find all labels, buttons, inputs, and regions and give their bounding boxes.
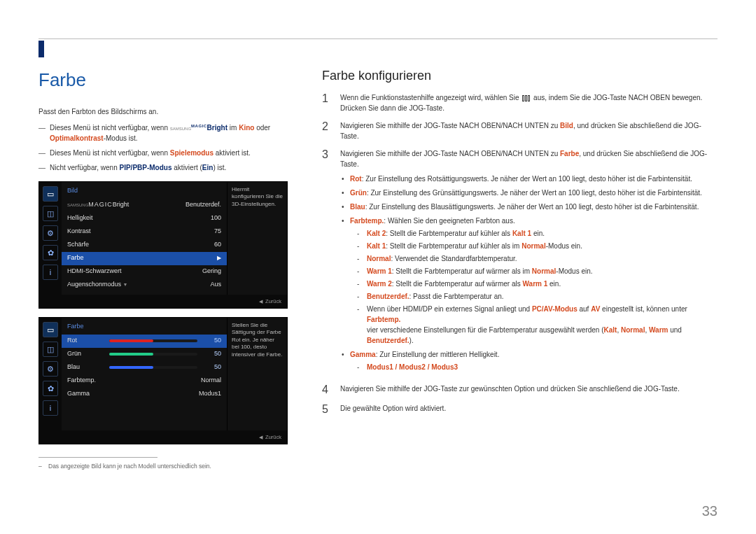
osd-row-kontrast: Kontrast75 [62, 225, 227, 239]
section-title: Farbe [38, 66, 290, 94]
step-5: 5 Die gewählte Option wird aktiviert. [322, 403, 718, 416]
osd-sidebar: ▭ ◫ ⚙ ✿ i [39, 182, 62, 295]
info-icon: i [43, 265, 58, 280]
note-1: Dieses Menü ist nicht verfügbar, wenn SA… [38, 122, 290, 143]
bullet-blau: Blau: Zur Einstellung des Blausättigungs… [340, 202, 718, 212]
chevron-right-icon: ▶ [217, 254, 221, 262]
availability-notes: Dieses Menü ist nicht verfügbar, wenn SA… [38, 122, 290, 173]
osd-row-farbtemp: Farbtemp.Normal [62, 374, 227, 388]
osd-title: Bild [62, 185, 227, 199]
step-list: 1 Wenn die Funktionstastenhilfe angezeig… [322, 92, 718, 415]
osd-row-gruen: Grün 50 [62, 348, 227, 361]
bullet-gamma: Gamma: Zur Einstellung der mittleren Hel… [340, 349, 718, 372]
osd-row-schaerfe: Schärfe60 [62, 239, 227, 252]
osd-back: Zurück [39, 295, 287, 309]
gear-icon: ✿ [43, 381, 58, 396]
monitor-icon: ▭ [43, 322, 58, 337]
monitor-icon: ▭ [43, 186, 58, 202]
farbtemp-note: Wenn über HDMI/DP ein externes Signal an… [357, 304, 718, 346]
osd-row-gamma: GammaModus1 [62, 388, 227, 401]
step-3: 3 Navigieren Sie mithilfe der JOG-Taste … [322, 148, 718, 377]
osd-row-rot-selected: Rot 50 [62, 335, 227, 348]
note-2: Dieses Menü ist nicht verfügbar, wenn Sp… [38, 148, 290, 158]
osd-row-blau: Blau 50 [62, 361, 227, 374]
pip-icon: ◫ [43, 342, 58, 357]
osd-help-text: Hiermit konfigurieren Sie die 3D-Einstel… [227, 182, 287, 295]
osd-screenshot-bild: ▭ ◫ ⚙ ✿ i Bild SAMSUNGMAGICBright Benutz… [38, 181, 288, 309]
page-number: 33 [702, 500, 718, 521]
footnote-rule [38, 457, 158, 458]
right-column: Farbe konfigurieren 1 Wenn die Funktions… [322, 66, 718, 471]
left-column: Farbe Passt den Farbton des Bildschirms … [38, 66, 290, 471]
slider-red [109, 339, 197, 342]
bullet-rot: Rot: Zur Einstellung des Rotsättigungswe… [340, 174, 718, 184]
intro-text: Passt den Farbton des Bildschirms an. [38, 106, 290, 117]
osd-row-helligkeit: Helligkeit100 [62, 212, 227, 225]
subsection-title: Farbe konfigurieren [322, 66, 718, 85]
slider-blue [109, 366, 197, 369]
osd-row-augen: Augenschonmodus ▼Aus [62, 279, 227, 292]
accent-bar [38, 41, 44, 57]
osd-help-text: Stellen Sie die Sättigung der Farbe Rot … [227, 318, 287, 430]
bullet-farbtemp: Farbtemp.: Wählen Sie den geeigneten Far… [340, 216, 718, 346]
step-1: 1 Wenn die Funktionstastenhilfe angezeig… [322, 92, 718, 113]
osd-screenshot-farbe: ▭ ◫ ⚙ ✿ i Farbe Rot 50 Grün [38, 317, 288, 444]
footnote: Das angezeigte Bild kann je nach Modell … [38, 462, 290, 471]
osd-row-hdmi: HDMI-SchwarzwertGering [62, 265, 227, 279]
slider-green [109, 353, 197, 356]
top-rule [38, 38, 718, 39]
info-icon: i [43, 400, 58, 416]
osd-back: Zurück [39, 430, 287, 444]
settings-icon: ⚙ [43, 361, 58, 377]
osd-row-farbe-selected: Farbe▶ [62, 252, 227, 265]
menu-icon [522, 95, 530, 101]
settings-icon: ⚙ [43, 225, 58, 241]
osd-title: Farbe [62, 321, 227, 335]
pip-icon: ◫ [43, 206, 58, 221]
bullet-gruen: Grün: Zur Einstellung des Grünsättigungs… [340, 188, 718, 198]
step-2: 2 Navigieren Sie mithilfe der JOG-Taste … [322, 120, 718, 141]
gear-icon: ✿ [43, 245, 58, 260]
note-3: Nicht verfügbar, wenn PIP/PBP-Modus akti… [38, 162, 290, 173]
osd-row-bright: SAMSUNGMAGICBright Benutzerdef. [62, 199, 227, 212]
step-4: 4 Navigieren Sie mithilfe der JOG-Taste … [322, 384, 718, 396]
osd-sidebar: ▭ ◫ ⚙ ✿ i [39, 318, 62, 430]
